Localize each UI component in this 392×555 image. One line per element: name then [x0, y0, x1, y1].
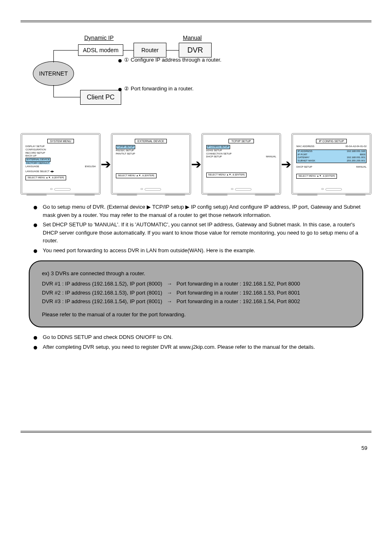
menu-item: DHCP SETUP: [296, 166, 312, 169]
menu-item-highlight: IP CONFIG SETUP: [206, 145, 230, 149]
node-adsl-modem: ADSL modem: [78, 44, 123, 56]
play-icon: ▶: [185, 203, 189, 211]
menu-item-highlight: TCP/IP SETUP: [116, 145, 135, 149]
menu-value: 192.168.001.001: [347, 156, 365, 159]
menu-item: PAN/TILT SETUP: [116, 152, 186, 156]
bullet-icon: ●: [33, 343, 38, 351]
menu-item: IP ADDRESS: [297, 150, 312, 153]
menu-footer: SELECT MENU ▲▼, & [ENTER]: [206, 173, 247, 177]
instruction-item: ● Go to setup menu of DVR. (External dev…: [33, 203, 371, 219]
menu-value: 255.255.255.001: [347, 159, 365, 163]
node-internet: INTERNET: [33, 61, 74, 86]
menu-screen-external-device: EXTERNAL DEVICE TCP/IP SETUP RS232C SETU…: [111, 133, 191, 195]
arrow-right-icon: ➔: [101, 157, 111, 171]
node-router: Router: [134, 43, 166, 58]
label-manual: Manual: [183, 35, 202, 41]
bullet-icon: ●: [33, 246, 38, 255]
diagram-caption-marker: [118, 59, 122, 62]
connector-line: [53, 50, 54, 62]
instruction-text: Go to DDNS SETUP and check DDNS ON/OFF t…: [43, 333, 371, 341]
screenshot-sequence: SYSTEM MENU DISPLAY SETUP CONFIGURATION …: [21, 133, 371, 195]
play-icon: ▶: [147, 203, 151, 211]
diagram-caption-marker: [118, 88, 122, 91]
diagram-caption-num-1: ①: [124, 57, 129, 63]
note-text: Port forwarding in a router : 192.168.1.…: [177, 281, 300, 287]
menu-item: DISPLAY SETUP: [25, 145, 96, 148]
bullet-icon: ●: [33, 203, 38, 219]
menu-value: MANUAL: [356, 166, 367, 169]
menu-item: LANGUAGE: [25, 165, 39, 168]
instruction-list: ● Go to setup menu of DVR. (External dev…: [33, 203, 371, 255]
page-number: 59: [362, 445, 367, 451]
menu-screen-tcpip: TCP/IP SETUP IP CONFIG SETUP DDNS SETUP …: [201, 133, 281, 195]
instruction-item: ● You need port forwarding to access DVR…: [33, 246, 371, 255]
page-footer: 59: [21, 445, 371, 451]
connector-line: [53, 85, 54, 97]
note-text: Port forwarding in a router : 192.168.1.…: [177, 290, 300, 296]
note-title: ex) 3 DVRs are connected through a route…: [42, 269, 350, 278]
instruction-item: ● After completing DVR setup, you need t…: [33, 343, 371, 351]
menu-item-highlight: EXTERNAL DEVICE: [25, 158, 51, 162]
connector-line: [53, 97, 80, 97]
note-footer: Please refer to the manual of a router f…: [42, 311, 350, 319]
menu-screen-system: SYSTEM MENU DISPLAY SETUP CONFIGURATION …: [21, 133, 101, 195]
diagram-caption-text-1: Configure IP address through a router.: [131, 57, 221, 63]
diagram-caption-text-2: Port forwarding in a router.: [131, 85, 194, 92]
bullet-icon: ●: [33, 333, 38, 341]
menu-item: DHCP SETUP: [206, 155, 222, 159]
menu-screen-ip-config: IP CONFIG SETUP MAC ADDRESS00-0A-A2-04-0…: [291, 133, 371, 195]
screen-title: SYSTEM MENU: [47, 139, 74, 143]
label-dynamic-ip: Dynamic IP: [84, 35, 114, 41]
instruction-text: After completing DVR setup, you need to …: [43, 343, 371, 351]
instruction-item: ● Set DHCP SETUP to 'MANUAL'. If it is '…: [33, 221, 371, 245]
note-text: DVR #2 : IP address (192.168.1.53), IP p…: [42, 290, 162, 296]
menu-item: SUBNET MASK: [297, 159, 315, 163]
menu-item: RECORD SETUP: [25, 152, 96, 155]
instruction-text: Go to setup menu of DVR. (External devic…: [43, 204, 147, 210]
network-diagram: Dynamic IP Manual ADSL modem Router DVR …: [29, 35, 371, 129]
instruction-item: ● Go to DDNS SETUP and check DDNS ON/OFF…: [33, 333, 371, 341]
menu-item-highlight: FACTORY DEFAULT: [25, 162, 50, 164]
menu-item: CONNECTION SETUP: [206, 152, 277, 156]
instruction-text: TCP/IP setup: [151, 204, 185, 210]
menu-item: DDNS SETUP: [206, 149, 277, 152]
menu-hint: LANGUAGE SELECT ◀▶: [25, 170, 96, 173]
menu-item: MAC ADDRESS: [296, 145, 314, 148]
menu-item: IP PORT: [297, 153, 307, 157]
connector-line: [166, 50, 179, 51]
diagram-caption-num-2: ②: [124, 85, 129, 92]
screen-title: IP CONFIG SETUP: [316, 139, 347, 143]
menu-value: ENGLISH: [85, 165, 95, 168]
arrow-right-icon: ➔: [191, 157, 201, 171]
menu-value: 00-0A-A2-04-01-02: [346, 145, 367, 148]
node-client-pc: Client PC: [80, 90, 121, 105]
connector-line: [53, 50, 78, 51]
menu-value: 8000: [360, 153, 365, 157]
page-top-rule: [21, 21, 371, 22]
node-dvr: DVR: [179, 43, 212, 58]
menu-item: GATEWAY: [297, 156, 309, 159]
menu-footer: SELECT MENU ▲▼, & [ENTER]: [296, 174, 337, 179]
screen-title: EXTERNAL DEVICE: [135, 139, 167, 143]
instruction-list: ● Go to DDNS SETUP and check DDNS ON/OFF…: [33, 333, 371, 351]
note-text: DVR #1 : IP address (192.168.1.52), IP p…: [42, 281, 162, 287]
menu-item: CONFIGURATION: [25, 148, 96, 152]
page-bottom-rule: [21, 431, 371, 433]
connector-line: [123, 50, 134, 51]
menu-footer: SELECT MENU ▲▼, & [ENTER]: [25, 175, 66, 180]
arrow-right-icon: ➔: [281, 157, 291, 171]
note-text: DVR #3 : IP address (192.168.1.54), IP p…: [42, 298, 162, 304]
bullet-icon: ●: [33, 221, 38, 245]
menu-value: MANUAL: [266, 155, 276, 159]
menu-item: BACK-UP: [25, 154, 96, 158]
instruction-text: Set DHCP SETUP to 'MANUAL'. If it is 'AU…: [43, 221, 371, 245]
note-text: Port forwarding in a router : 192.168.1.…: [177, 298, 300, 304]
menu-value: 192.168.001.160: [347, 150, 365, 153]
menu-footer: SELECT MENU ▲▼, & [ENTER]: [116, 173, 157, 178]
instruction-text: You need port forwarding to access DVR i…: [43, 246, 371, 255]
menu-item: RS232C SETUP: [116, 149, 186, 152]
screen-title: TCP/IP SETUP: [228, 139, 254, 143]
example-note-box: ex) 3 DVRs are connected through a route…: [29, 260, 363, 328]
